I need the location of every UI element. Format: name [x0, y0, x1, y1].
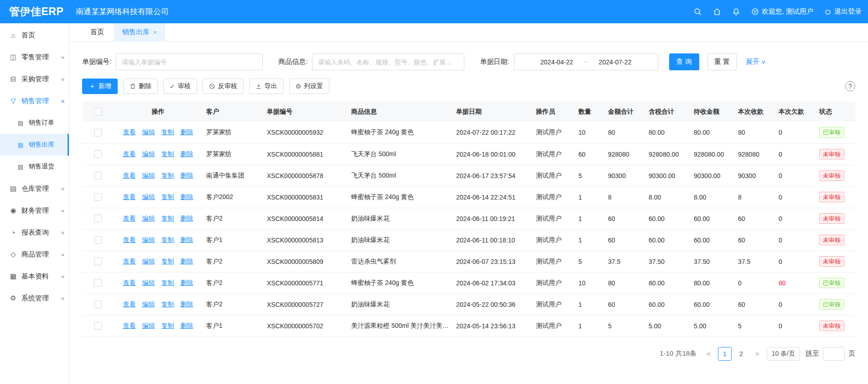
audit-label: 审核 — [178, 82, 191, 90]
sidebar-item-home[interactable]: ⌂首页 — [0, 24, 69, 46]
row-action-edit[interactable]: 编辑 — [142, 279, 155, 286]
row-action-view[interactable]: 查看 — [123, 128, 136, 136]
logout-text: 退出登录 — [834, 7, 862, 16]
row-checkbox[interactable] — [94, 150, 102, 158]
search-icon[interactable] — [694, 8, 702, 16]
tab-0[interactable]: 首页 — [82, 23, 112, 42]
sidebar-item-system[interactable]: ⚙系统管理∨ — [0, 287, 69, 309]
select-all-checkbox[interactable] — [94, 108, 102, 116]
row-action-delete[interactable]: 删除 — [181, 193, 193, 200]
row-checkbox[interactable] — [94, 322, 102, 330]
page-number-2[interactable]: 2 — [734, 347, 748, 361]
sidebar-item-sales-outbound[interactable]: ▤销售出库 — [0, 134, 69, 156]
row-action-edit[interactable]: 编辑 — [142, 258, 155, 265]
row-action-copy[interactable]: 复制 — [161, 300, 174, 308]
sidebar-item-purchase[interactable]: ⊟采购管理∨ — [0, 68, 69, 90]
column-settings-button[interactable]: ⚙ 列设置 — [289, 79, 330, 94]
row-checkbox-cell — [82, 272, 114, 294]
row-action-view[interactable]: 查看 — [123, 300, 136, 308]
row-action-copy[interactable]: 复制 — [161, 215, 174, 222]
row-action-view[interactable]: 查看 — [123, 215, 136, 222]
row-action-delete[interactable]: 删除 — [181, 300, 193, 308]
row-action-view[interactable]: 查看 — [123, 193, 136, 200]
export-button[interactable]: 导出 — [249, 79, 284, 94]
sidebar-item-report[interactable]: ◔报表查询∨ — [0, 221, 69, 243]
row-checkbox[interactable] — [94, 258, 102, 265]
row-action-edit[interactable]: 编辑 — [142, 322, 155, 329]
cell-tax_total: 928080.00 — [645, 143, 690, 165]
row-action-copy[interactable]: 复制 — [161, 172, 174, 179]
row-action-delete[interactable]: 删除 — [181, 128, 193, 136]
row-action-edit[interactable]: 编辑 — [142, 236, 155, 243]
row-action-delete[interactable]: 删除 — [181, 150, 193, 158]
sidebar-item-sales-order[interactable]: ▤销售订单 — [0, 112, 69, 134]
row-action-edit[interactable]: 编辑 — [142, 193, 155, 200]
bill-no-input[interactable] — [116, 53, 263, 70]
cell-amount: 8 — [604, 186, 645, 208]
expand-link[interactable]: 展开∨ — [746, 58, 765, 66]
row-checkbox[interactable] — [94, 279, 102, 287]
row-action-copy[interactable]: 复制 — [161, 322, 174, 329]
row-action-copy[interactable]: 复制 — [161, 236, 174, 243]
jump-page-input[interactable] — [823, 347, 845, 361]
row-action-delete[interactable]: 删除 — [181, 322, 193, 329]
tab-1[interactable]: 销售出库× — [114, 23, 165, 42]
next-page-button[interactable]: > — [754, 350, 761, 358]
user-welcome[interactable]: 欢迎您, 测试用户 — [751, 7, 813, 16]
row-checkbox[interactable] — [94, 236, 102, 244]
column-header-8: 含税合计 — [645, 101, 690, 122]
sidebar-item-product[interactable]: ◇商品管理∨ — [0, 243, 69, 265]
prev-page-button[interactable]: < — [705, 350, 712, 358]
row-action-copy[interactable]: 复制 — [161, 128, 174, 136]
delete-button[interactable]: 删除 — [123, 79, 158, 94]
row-action-view[interactable]: 查看 — [123, 279, 136, 286]
sidebar-item-retail[interactable]: ◫零售管理∨ — [0, 46, 69, 68]
sidebar-item-sales[interactable]: ▽销售管理∧ — [0, 90, 69, 112]
row-action-view[interactable]: 查看 — [123, 150, 136, 158]
row-checkbox[interactable] — [94, 300, 102, 308]
sidebar-item-sales-return[interactable]: ▤销售退货 — [0, 156, 69, 178]
date-end[interactable]: 2024-07-22 — [599, 58, 632, 66]
row-action-delete[interactable]: 删除 — [181, 236, 193, 243]
row-action-delete[interactable]: 删除 — [181, 172, 193, 179]
reset-button[interactable]: 重 置 — [707, 53, 737, 70]
logout-button[interactable]: 退出登录 — [824, 7, 862, 16]
row-action-view[interactable]: 查看 — [123, 322, 136, 329]
row-action-edit[interactable]: 编辑 — [142, 172, 155, 179]
date-range-picker[interactable]: 2024-04-22 ~ 2024-07-22 — [514, 53, 658, 70]
row-action-delete[interactable]: 删除 — [181, 279, 193, 286]
row-checkbox[interactable] — [94, 172, 102, 179]
row-checkbox[interactable] — [94, 193, 102, 201]
row-action-edit[interactable]: 编辑 — [142, 128, 155, 136]
row-action-delete[interactable]: 删除 — [181, 215, 193, 222]
row-action-view[interactable]: 查看 — [123, 236, 136, 243]
cell-product: 蜂蜜柚子茶 240g 黄色 — [348, 122, 452, 143]
sidebar-item-warehouse[interactable]: ▤仓库管理∨ — [0, 178, 69, 200]
row-action-copy[interactable]: 复制 — [161, 258, 174, 265]
product-input[interactable] — [312, 53, 464, 70]
home-icon[interactable] — [713, 8, 721, 16]
sidebar-item-finance[interactable]: ◉财务管理∨ — [0, 200, 69, 221]
row-action-copy[interactable]: 复制 — [161, 150, 174, 158]
page-size-select[interactable]: 10 条/页 — [767, 347, 800, 361]
row-action-view[interactable]: 查看 — [123, 258, 136, 265]
row-action-view[interactable]: 查看 — [123, 172, 136, 179]
row-action-copy[interactable]: 复制 — [161, 193, 174, 200]
page-number-1[interactable]: 1 — [718, 347, 732, 361]
bell-icon[interactable] — [732, 8, 740, 16]
search-button[interactable]: 查 询 — [669, 53, 699, 70]
audit-button[interactable]: ✓ 审核 — [163, 79, 197, 94]
row-action-delete[interactable]: 删除 — [181, 258, 193, 265]
row-checkbox[interactable] — [94, 129, 102, 137]
sidebar-item-basic[interactable]: ▦基本资料∨ — [0, 265, 69, 287]
row-checkbox[interactable] — [94, 215, 102, 222]
row-action-edit[interactable]: 编辑 — [142, 300, 155, 308]
add-button[interactable]: ＋ 新增 — [82, 79, 118, 94]
row-action-edit[interactable]: 编辑 — [142, 215, 155, 222]
row-action-copy[interactable]: 复制 — [161, 279, 174, 286]
help-icon[interactable]: ? — [845, 81, 855, 91]
close-icon[interactable]: × — [153, 29, 157, 36]
row-action-edit[interactable]: 编辑 — [142, 150, 155, 158]
unaudit-button[interactable]: 反审核 — [203, 79, 244, 94]
date-start[interactable]: 2024-04-22 — [541, 58, 573, 66]
